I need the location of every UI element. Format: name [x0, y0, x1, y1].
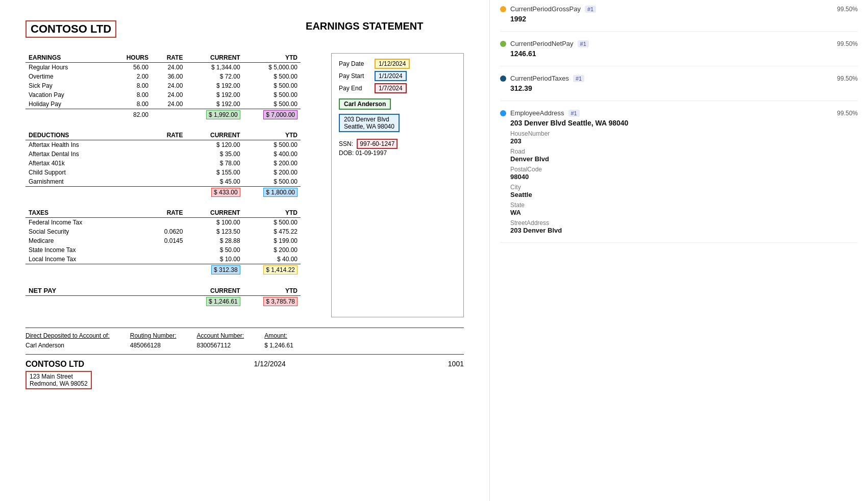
footer-section: CONTOSO LTD 123 Main Street Redmond, WA … — [26, 354, 464, 389]
earnings-col-header: EARNINGS — [26, 53, 117, 63]
rate-col-header: RATE — [152, 53, 186, 63]
footer-check-number: 1001 — [448, 360, 464, 368]
pay-start-value: 1/1/2024 — [375, 71, 407, 81]
gross-pay-field-name: CurrentPeriodGrossPay — [510, 5, 581, 13]
sub-field-housenumber: HouseNumber 203 — [500, 130, 858, 145]
employee-name: Carl Anderson — [339, 98, 391, 110]
dob-row: DOB: 01-09-1997 — [339, 149, 456, 157]
deposit-routing-col: Routing Number: 485066128 — [130, 332, 177, 349]
table-row: Aftertax 401k $ 78.00 $ 200.00 — [26, 159, 301, 168]
pay-date-value: 1/12/2024 — [375, 59, 410, 69]
earnings-statement-title: EARNINGS STATEMENT — [265, 20, 464, 32]
field-employee-address: EmployeeAddress #1 99.50% 203 Denver Blv… — [500, 109, 858, 243]
taxes-ytd-total: $ 1,414.22 — [263, 265, 297, 274]
net-pay-badge: #1 — [578, 40, 589, 47]
field-gross-pay: CurrentPeriodGrossPay #1 99.50% 1992 — [500, 5, 858, 32]
document-panel: CONTOSO LTD EARNINGS STATEMENT EARNINGS … — [0, 0, 490, 501]
table-row: Child Support $ 155.00 $ 200.00 — [26, 168, 301, 177]
employee-address-field-name: EmployeeAddress — [510, 109, 564, 117]
footer-address-box: 123 Main Street Redmond, WA 98052 — [26, 371, 92, 389]
deductions-current-total: $ 433.00 — [211, 188, 240, 197]
earnings-total-row: 82.00 $ 1,992.00 $ 7,000.00 — [26, 109, 301, 121]
net-pay-dot — [500, 41, 506, 47]
footer-company-info: CONTOSO LTD 123 Main Street Redmond, WA … — [26, 360, 92, 389]
taxes-badge: #1 — [573, 75, 584, 82]
taxes-confidence: 99.50% — [837, 75, 858, 82]
table-row: Aftertax Health Ins $ 120.00 $ 500.00 — [26, 140, 301, 150]
field-taxes: CurrentPeriodTaxes #1 99.50% 312.39 — [500, 74, 858, 101]
pay-info-box: Pay Date 1/12/2024 Pay Start 1/1/2024 Pa… — [331, 53, 464, 317]
current-col-header: CURRENT — [186, 53, 243, 63]
employee-address-badge: #1 — [568, 110, 580, 117]
employee-address: 203 Denver Blvd Seattle, WA 98040 — [339, 114, 400, 132]
taxes-dot — [500, 76, 506, 82]
table-row: Medicare 0.0145 $ 28.88 $ 199.00 — [26, 236, 301, 245]
table-row: Garnishment $ 45.00 $ 500.00 — [26, 177, 301, 187]
net-pay-confidence: 99.50% — [837, 40, 858, 47]
earnings-ytd-total: $ 7,000.00 — [263, 110, 297, 119]
deposit-employee-col: Direct Deposited to Account of: Carl And… — [26, 332, 110, 349]
employee-section: Carl Anderson 203 Denver Blvd Seattle, W… — [339, 98, 456, 136]
taxes-table: TAXES RATE CURRENT YTD Federal Income Ta… — [26, 208, 301, 275]
fields-panel: CurrentPeriodGrossPay #1 99.50% 1992 Cur… — [490, 0, 868, 501]
net-pay-ytd: $ 3,785.78 — [263, 297, 297, 306]
net-pay-field-name: CurrentPeriodNetPay — [510, 40, 574, 47]
net-pay-total-row: $ 1,246.61 $ 3,785.78 — [26, 296, 301, 308]
table-row: Federal Income Tax $ 100.00 $ 500.00 — [26, 218, 301, 228]
employee-address-dot — [500, 110, 506, 116]
table-row: Aftertax Dental Ins $ 35.00 $ 400.00 — [26, 149, 301, 159]
field-net-pay: CurrentPeriodNetPay #1 99.50% 1246.61 — [500, 40, 858, 66]
ytd-col-header: YTD — [243, 53, 301, 63]
net-pay-table: NET PAY CURRENT YTD $ 1,246.61 $ 3,785.7… — [26, 286, 301, 307]
pay-start-row: Pay Start 1/1/2024 — [339, 71, 456, 81]
ssn-value: 997-60-1247 — [357, 139, 398, 149]
ssn-row: SSN: 997-60-1247 — [339, 140, 456, 147]
employee-address-confidence: 99.50% — [837, 110, 858, 117]
table-row: Sick Pay 8.00 24.00 $ 192.00 $ 500.00 — [26, 81, 301, 90]
deductions-table: DEDUCTIONS RATE CURRENT YTD Aftertax Hea… — [26, 131, 301, 198]
taxes-current-total: $ 312.38 — [211, 265, 240, 274]
hours-col-header: HOURS — [117, 53, 152, 63]
deposit-amount-col: Amount: $ 1,246.61 — [264, 332, 293, 349]
deposit-account-col: Account Number: 8300567112 — [196, 332, 244, 349]
footer-date: 1/12/2024 — [254, 360, 286, 368]
gross-pay-confidence: 99.50% — [837, 6, 858, 13]
gross-pay-dot — [500, 6, 506, 12]
table-row: Social Security 0.0620 $ 123.50 $ 475.22 — [26, 227, 301, 236]
company-title: CONTOSO LTD — [26, 20, 116, 38]
sub-field-city: City Seattle — [500, 184, 858, 198]
table-row: Vacation Pay 8.00 24.00 $ 192.00 $ 500.0… — [26, 90, 301, 99]
net-pay-header: NET PAY — [26, 286, 117, 296]
earnings-current-total: $ 1,992.00 — [206, 110, 240, 119]
table-row: Holiday Pay 8.00 24.00 $ 192.00 $ 500.00 — [26, 99, 301, 109]
taxes-field-value: 312.39 — [510, 84, 858, 92]
sub-field-streetaddress: StreetAddress 203 Denver Blvd — [500, 219, 858, 234]
taxes-field-name: CurrentPeriodTaxes — [510, 74, 569, 82]
pay-date-row: Pay Date 1/12/2024 — [339, 59, 456, 69]
deductions-ytd-total: $ 1,800.00 — [263, 188, 297, 197]
sub-field-road: Road Denver Blvd — [500, 148, 858, 163]
taxes-total-row: $ 312.38 $ 1,414.22 — [26, 264, 301, 276]
table-row: Local Income Tax $ 10.00 $ 40.00 — [26, 255, 301, 264]
table-row: Overtime 2.00 36.00 $ 72.00 $ 500.00 — [26, 72, 301, 81]
sub-field-postalcode: PostalCode 98040 — [500, 166, 858, 181]
net-pay-current: $ 1,246.61 — [206, 297, 240, 306]
employee-address-value: 203 Denver Blvd Seattle, WA 98040 — [510, 119, 858, 127]
gross-pay-value: 1992 — [510, 15, 858, 23]
pay-end-value: 1/7/2024 — [375, 83, 407, 93]
table-row: Regular Hours 56.00 24.00 $ 1,344.00 $ 5… — [26, 63, 301, 72]
gross-pay-badge: #1 — [585, 6, 596, 13]
deductions-total-row: $ 433.00 $ 1,800.00 — [26, 187, 301, 198]
deposit-section: Direct Deposited to Account of: Carl And… — [26, 328, 464, 349]
earnings-table: EARNINGS HOURS RATE CURRENT YTD Regular … — [26, 53, 301, 120]
sub-field-state: State WA — [500, 202, 858, 216]
net-pay-field-value: 1246.61 — [510, 49, 858, 58]
pay-end-row: Pay End 1/7/2024 — [339, 83, 456, 93]
table-row: State Income Tax $ 50.00 $ 200.00 — [26, 245, 301, 255]
